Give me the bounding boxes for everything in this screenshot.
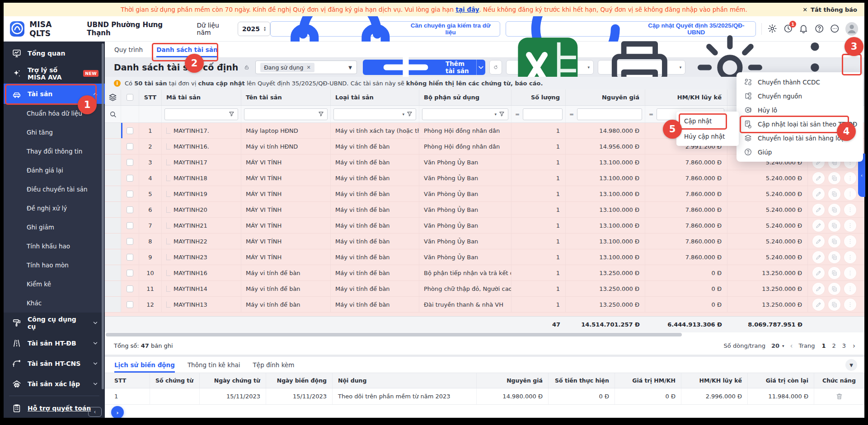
checkbox[interactable] bbox=[127, 143, 133, 150]
collapse-panel-button[interactable]: ▼ bbox=[845, 359, 857, 371]
column-header-ma[interactable]: Mã tài sản bbox=[162, 89, 241, 105]
sidebar-item-tài-sản-ht-đb[interactable]: Tài sản HT-ĐB bbox=[4, 333, 105, 353]
more-button[interactable] bbox=[830, 23, 840, 34]
row-menu-button[interactable] bbox=[844, 204, 856, 216]
drag-handle-icon[interactable] bbox=[166, 302, 170, 308]
sidebar-item-tài-sản-ht-cns[interactable]: Tài sản HT-CNS bbox=[4, 353, 105, 374]
table-row[interactable]: 8MAYTINH22MÁY VI TÍNHMáy vi tính để bànV… bbox=[105, 234, 864, 249]
sidebar-subitem[interactable]: Điều chuyển tài sản bbox=[4, 180, 105, 199]
status-filter-dropdown[interactable]: Đang sử dụng ✕ ▼ bbox=[255, 61, 357, 74]
filter-input-bp[interactable]: ▾ bbox=[422, 108, 508, 120]
app-logo[interactable] bbox=[10, 21, 24, 37]
equals-operator[interactable]: = bbox=[568, 111, 575, 117]
sidebar-subitem[interactable]: Đánh giá lại bbox=[4, 161, 105, 180]
dismiss-banner-button[interactable]: ✕ Tắt thông báo bbox=[802, 6, 857, 13]
funnel-icon[interactable] bbox=[498, 111, 505, 117]
row-menu-button[interactable] bbox=[844, 267, 856, 279]
sidebar-subitem[interactable]: Ghi giảm bbox=[4, 218, 105, 237]
settings-button[interactable] bbox=[767, 23, 778, 34]
expand-panel-button[interactable]: › bbox=[111, 406, 124, 418]
edit-row-button[interactable] bbox=[812, 188, 825, 200]
row-menu-button[interactable] bbox=[844, 251, 856, 263]
table-row[interactable]: 6MAYTINH20MÁY VI TÍNHMáy vi tính để bànV… bbox=[105, 202, 864, 218]
checkbox[interactable] bbox=[127, 238, 133, 245]
sidebar-subitem[interactable]: Thay đổi thông tin bbox=[4, 142, 105, 161]
drag-handle-icon[interactable] bbox=[166, 175, 170, 181]
sidebar-item-trợ-lý-số-misa-ava[interactable]: Trợ lý số MISA AVANEW bbox=[4, 63, 105, 84]
page-number-1[interactable]: 1 bbox=[821, 342, 826, 349]
detail-tab-0[interactable]: Lịch sử biến động bbox=[114, 357, 175, 373]
row-menu-button[interactable] bbox=[844, 172, 856, 184]
rows-per-page-select[interactable]: 20 ▾ bbox=[771, 342, 784, 349]
drag-handle-icon[interactable] bbox=[166, 144, 170, 149]
equals-operator[interactable]: = bbox=[648, 111, 654, 117]
row-menu-button[interactable] bbox=[844, 283, 856, 295]
add-asset-dropdown-button[interactable] bbox=[476, 60, 485, 75]
checkbox[interactable] bbox=[127, 270, 133, 276]
duplicate-row-button[interactable] bbox=[828, 172, 840, 184]
edit-row-button[interactable] bbox=[812, 267, 825, 279]
menu-item-huy-cap-nhat[interactable]: Hủy cập nhật bbox=[676, 129, 739, 144]
checkbox[interactable] bbox=[127, 94, 133, 101]
edit-row-button[interactable] bbox=[812, 204, 825, 216]
checkbox[interactable] bbox=[127, 191, 133, 197]
checkbox[interactable] bbox=[127, 175, 133, 182]
filter-input-ma[interactable] bbox=[164, 108, 238, 120]
detail-tab-1[interactable]: Thông tin kê khai bbox=[188, 357, 240, 373]
spinner-icon[interactable]: ▴▾ bbox=[264, 26, 266, 32]
table-row[interactable]: 9MAYTINH23MÁY VI TÍNHMáy vi tính để bànV… bbox=[105, 249, 864, 265]
unlock-icon[interactable] bbox=[244, 63, 249, 72]
duplicate-row-button[interactable] bbox=[828, 188, 840, 200]
data-year-selector[interactable]: 2025 ▴▾ bbox=[238, 22, 270, 36]
prev-page-button[interactable]: ‹ bbox=[790, 342, 793, 350]
duplicate-row-button[interactable] bbox=[828, 220, 840, 232]
table-row[interactable]: 10MAYTINH16Máy vi tính để bànMáy vi tính… bbox=[105, 265, 864, 281]
equals-operator[interactable]: = bbox=[514, 111, 521, 117]
duplicate-row-button[interactable] bbox=[828, 235, 840, 248]
edit-row-button[interactable] bbox=[812, 299, 825, 311]
horizontal-scrollbar[interactable] bbox=[105, 332, 864, 337]
notifications-button[interactable] bbox=[798, 23, 809, 34]
funnel-icon[interactable] bbox=[318, 111, 324, 117]
table-row[interactable]: 5MAYTINH19MÁY VI TÍNHMáy vi tính để bànV… bbox=[105, 186, 864, 202]
drag-handle-icon[interactable] bbox=[166, 159, 170, 165]
filter-input-ng[interactable] bbox=[577, 108, 642, 120]
edit-row-button[interactable] bbox=[812, 220, 825, 232]
history-button[interactable]: 1 bbox=[783, 23, 793, 34]
sidebar-item-công-cụ-dụng-cụ[interactable]: Công cụ dụng cụ bbox=[4, 313, 105, 333]
sidebar-subitem[interactable]: Tính hao mòn bbox=[4, 256, 105, 275]
checkbox[interactable] bbox=[127, 301, 133, 308]
menu-item-convert[interactable]: Chuyển thành CCDC bbox=[737, 75, 863, 89]
drag-handle-icon[interactable] bbox=[166, 128, 170, 134]
help-button[interactable] bbox=[814, 23, 825, 34]
edit-row-button[interactable] bbox=[812, 283, 825, 295]
status-filter-chip[interactable]: Đang sử dụng ✕ bbox=[260, 63, 314, 72]
layers-icon[interactable] bbox=[105, 89, 121, 105]
checkbox[interactable] bbox=[127, 127, 133, 134]
drag-handle-icon[interactable] bbox=[166, 191, 170, 197]
funnel-icon[interactable] bbox=[406, 111, 413, 117]
sidebar-item-tổng-quan[interactable]: Tổng quan bbox=[4, 43, 105, 63]
remove-chip-icon[interactable]: ✕ bbox=[306, 65, 310, 70]
column-header-sl[interactable]: Số lượng bbox=[511, 89, 566, 105]
next-page-button[interactable]: › bbox=[853, 342, 855, 350]
select-all-checkbox[interactable] bbox=[121, 89, 139, 105]
edit-row-button[interactable] bbox=[812, 172, 825, 184]
duplicate-row-button[interactable] bbox=[828, 267, 840, 279]
trash-icon[interactable] bbox=[835, 392, 843, 400]
column-header-bp[interactable]: Bộ phận sử dụng bbox=[419, 89, 511, 105]
filter-input-loai[interactable]: ▾ bbox=[333, 108, 416, 120]
column-header-loai[interactable]: Loại tài sản bbox=[331, 89, 419, 105]
menu-item-help[interactable]: Giúp bbox=[737, 145, 863, 159]
drag-handle-icon[interactable] bbox=[166, 207, 170, 213]
column-header-ng[interactable]: Nguyên giá bbox=[566, 89, 645, 105]
checkbox[interactable] bbox=[127, 159, 133, 166]
menu-item-cancel-batch[interactable]: Hủy lô bbox=[737, 103, 863, 117]
row-menu-button[interactable] bbox=[844, 188, 856, 200]
row-menu-button[interactable] bbox=[844, 235, 856, 248]
tab-quy-trinh[interactable]: Quy trình bbox=[114, 42, 143, 57]
drag-handle-icon[interactable] bbox=[166, 254, 170, 260]
column-header-stt[interactable]: STT bbox=[139, 89, 162, 105]
sidebar-subitem[interactable]: Ghi tăng bbox=[4, 123, 105, 142]
duplicate-row-button[interactable] bbox=[828, 299, 840, 311]
